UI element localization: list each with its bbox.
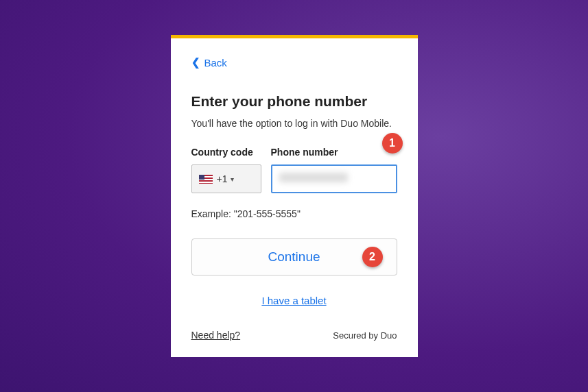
country-code-value: +1 (217, 173, 228, 184)
fields-row: Country code +1 ▾ Phone number 1 (191, 147, 397, 193)
phone-number-group: Phone number 1 (271, 147, 397, 193)
dropdown-caret-icon: ▾ (231, 175, 234, 183)
page-subtitle: You'll have the option to log in with Du… (191, 118, 397, 129)
annotation-badge-1: 1 (382, 133, 403, 154)
back-label: Back (204, 57, 227, 69)
country-code-select[interactable]: +1 ▾ (191, 164, 261, 193)
continue-label: Continue (268, 249, 320, 265)
help-link[interactable]: Need help? (191, 330, 241, 341)
secured-by-text: Secured by Duo (333, 330, 397, 341)
us-flag-icon (199, 175, 213, 184)
country-code-label: Country code (191, 147, 261, 158)
continue-button[interactable]: Continue 2 (191, 238, 397, 275)
dialog-footer: Need help? Secured by Duo (191, 330, 397, 341)
chevron-left-icon: ❮ (191, 56, 200, 69)
auth-dialog: ❮ Back Enter your phone number You'll ha… (171, 35, 418, 357)
page-title: Enter your phone number (191, 93, 397, 110)
tablet-link[interactable]: I have a tablet (191, 295, 397, 306)
redacted-phone-value (279, 173, 348, 182)
phone-number-label: Phone number (271, 147, 397, 158)
annotation-badge-2: 2 (362, 247, 383, 267)
back-link[interactable]: ❮ Back (191, 56, 227, 69)
country-code-group: Country code +1 ▾ (191, 147, 261, 193)
example-text: Example: "201-555-5555" (191, 208, 397, 219)
